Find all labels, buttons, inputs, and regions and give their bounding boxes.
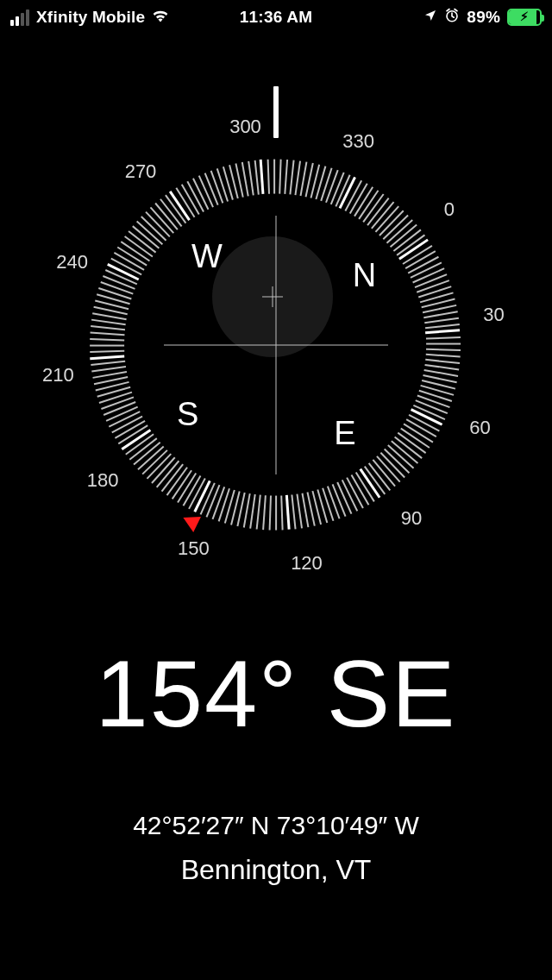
degree-label-240: 240 [56, 251, 88, 273]
cellular-signal-icon [10, 9, 29, 26]
carrier-label: Xfinity Mobile [36, 8, 145, 27]
heading-readout: 154° SE [0, 638, 552, 748]
degree-label-330: 330 [342, 130, 374, 153]
crosshair-vertical [276, 216, 277, 474]
battery-charging-icon: ⚡︎ [507, 9, 542, 26]
place-readout: Bennington, VT [0, 854, 552, 886]
degree-label-0: 0 [444, 198, 455, 221]
degree-label-30: 30 [483, 304, 504, 326]
cardinal-N: N [353, 257, 376, 294]
clock: 11:36 AM [240, 8, 312, 27]
status-bar: Xfinity Mobile 11:36 AM 89% ⚡︎ [0, 0, 552, 35]
degree-label-120: 120 [291, 552, 323, 575]
degree-label-150: 150 [178, 537, 210, 560]
alarm-clock-icon [444, 8, 460, 28]
degree-label-210: 210 [42, 364, 74, 386]
coordinates-readout: 42°52′27″ N 73°10′49″ W [0, 811, 552, 840]
degree-label-60: 60 [469, 417, 490, 439]
cardinal-S: S [177, 396, 198, 433]
battery-percent: 89% [467, 8, 500, 27]
cardinal-E: E [334, 415, 355, 452]
degree-label-90: 90 [401, 507, 422, 530]
compass-dial[interactable]: 0306090120150180210240270300330NESW [17, 86, 535, 604]
location-arrow-icon [423, 8, 437, 27]
degree-label-180: 180 [87, 469, 119, 492]
level-bubble [212, 236, 333, 357]
degree-label-270: 270 [125, 160, 157, 183]
degree-label-300: 300 [229, 116, 261, 138]
